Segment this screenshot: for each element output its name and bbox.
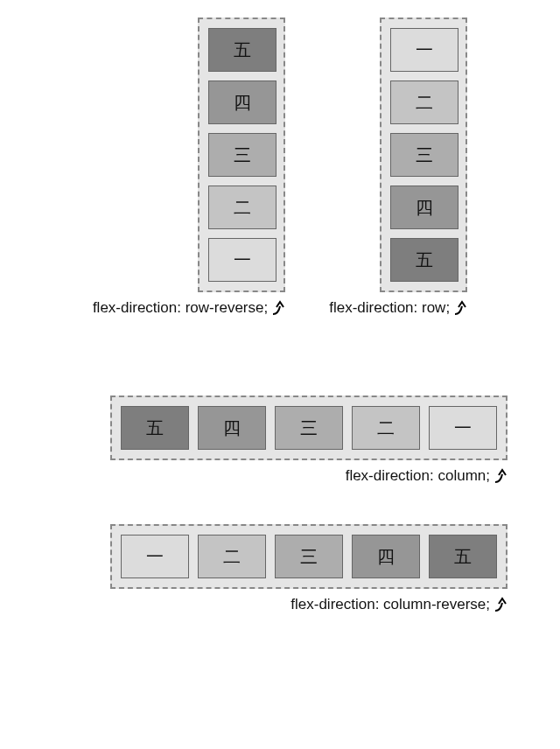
flex-item: 三 [208, 133, 276, 177]
caption-text: flex-direction: column-reverse; [290, 596, 490, 613]
flex-item: 三 [275, 535, 343, 578]
flex-item: 五 [208, 28, 276, 72]
curved-arrow-icon [453, 300, 467, 316]
caption: flex-direction: column-reverse; [290, 596, 508, 613]
example-row: 一 二 三 四 五 flex-direction: row; [329, 18, 467, 317]
flex-item: 五 [390, 238, 458, 282]
flex-item: 一 [390, 28, 458, 72]
flex-item: 一 [429, 406, 497, 450]
flex-item: 四 [352, 535, 420, 578]
flex-item: 二 [352, 406, 420, 450]
example-column-reverse: 一 二 三 四 五 flex-direction: column-reverse… [52, 524, 508, 613]
flex-container: 一 二 三 四 五 [380, 18, 467, 292]
flex-container: 五 四 三 二 一 [198, 18, 285, 292]
flex-item: 四 [208, 80, 276, 124]
flex-container: 一 二 三 四 五 [110, 524, 508, 589]
flex-item: 三 [275, 406, 343, 450]
example-column: 五 四 三 二 一 flex-direction: column; [52, 396, 508, 485]
caption-text: flex-direction: column; [346, 467, 490, 485]
flex-container: 五 四 三 二 一 [110, 396, 508, 460]
flex-item: 一 [121, 535, 189, 578]
flex-item: 五 [121, 406, 189, 450]
caption: flex-direction: column; [346, 467, 508, 485]
curved-arrow-icon [271, 300, 285, 316]
caption-text: flex-direction: row-reverse; [93, 299, 268, 317]
curved-arrow-icon [494, 597, 508, 612]
example-row-reverse: 五 四 三 二 一 flex-direction: row-reverse; [93, 18, 285, 317]
flex-item: 四 [390, 186, 458, 229]
flex-item: 一 [208, 238, 276, 282]
flex-item: 三 [390, 133, 458, 177]
flex-item: 五 [429, 535, 497, 578]
caption: flex-direction: row; [329, 299, 467, 317]
flex-item: 二 [208, 186, 276, 229]
flex-item: 二 [198, 535, 266, 578]
flex-item: 四 [198, 406, 266, 450]
flex-item: 二 [390, 80, 458, 124]
curved-arrow-icon [494, 468, 508, 484]
caption-text: flex-direction: row; [329, 299, 450, 317]
caption: flex-direction: row-reverse; [93, 299, 285, 317]
